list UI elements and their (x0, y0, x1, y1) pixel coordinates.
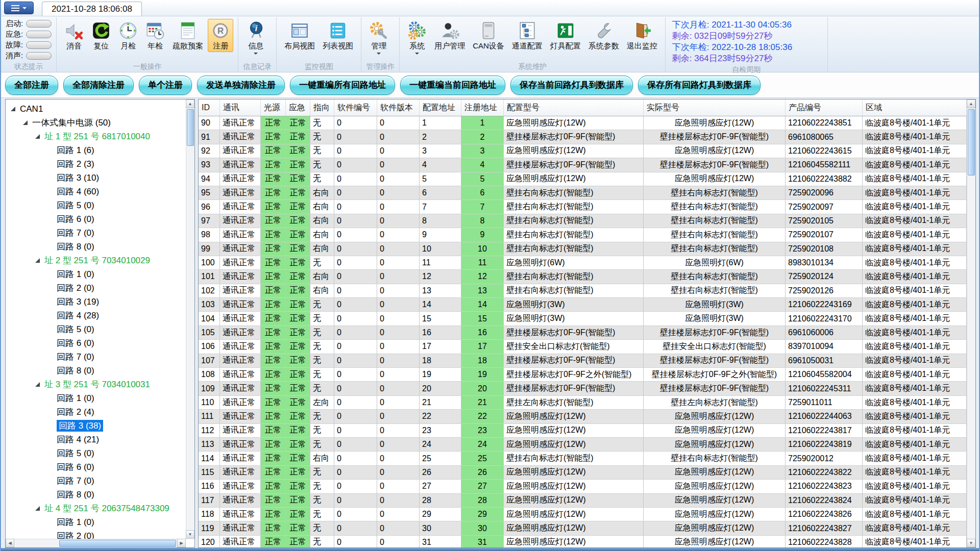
tree-node[interactable]: 址 4 型 251 号 20637548473309 (6, 502, 186, 515)
table-row[interactable]: 102通讯正常正常正常右向001313壁挂右向标志灯(智能型)壁挂右向标志灯(智… (199, 284, 967, 298)
table-row[interactable]: 92通讯正常正常正常无0033应急照明感应灯(12W)应急照明感应灯(12W)1… (199, 144, 967, 158)
column-header-dir[interactable]: 指向 (310, 99, 334, 116)
tree-expand-icon[interactable] (11, 107, 15, 111)
action-button[interactable]: 全部清除注册 (63, 76, 134, 95)
action-button[interactable]: 发送单独清除注册 (197, 76, 285, 95)
column-header-src[interactable]: 光源 (261, 99, 286, 116)
tree-node[interactable]: 回路 7 (0) (6, 350, 186, 364)
table-row[interactable]: 104通讯正常正常正常无001515应急照明灯(3W)应急照明灯(3W)1210… (199, 312, 967, 325)
action-button[interactable]: 保存所有回路灯具到数据库 (638, 76, 761, 95)
column-header-swno[interactable]: 软件编号 (334, 99, 377, 116)
ribbon-item-monthly-check[interactable]: 月检 (115, 19, 141, 52)
tree-node[interactable]: 回路 7 (0) (6, 226, 186, 240)
table-row[interactable]: 110通讯正常正常正常左向002121壁挂左向标志灯(智能型)壁挂左向标志灯(智… (199, 396, 967, 410)
table-row[interactable]: 118通讯正常正常正常无002929应急照明感应灯(12W)应急照明感应灯(12… (199, 508, 967, 521)
action-button[interactable]: 一键重编当前回路地址 (400, 76, 505, 95)
ribbon-item-annual-check[interactable]: 年检 (142, 19, 168, 52)
tree-expand-icon[interactable] (23, 120, 28, 125)
column-header-actm[interactable]: 实际型号 (644, 99, 786, 116)
window-tab[interactable]: 2021-10-28 18:06:08 (42, 2, 142, 16)
table-row[interactable]: 93通讯正常正常正常无0044壁挂楼层标志灯0F-9F(智能型)壁挂楼层标志灯0… (199, 158, 967, 172)
ribbon-item-list-view[interactable]: 列表视图 (320, 19, 356, 52)
ribbon-item-user-manage[interactable]: 用户管理 (431, 19, 468, 52)
tree-node[interactable]: 回路 2 (0) (6, 529, 186, 539)
ribbon-item-register[interactable]: R注册 (208, 19, 233, 52)
tree-node[interactable]: 回路 2 (0) (6, 281, 186, 295)
table-row[interactable]: 115通讯正常正常正常无002626应急照明感应灯(12W)应急照明感应灯(12… (199, 466, 967, 480)
scroll-right-button[interactable]: ▶ (177, 539, 186, 547)
table-row[interactable]: 106通讯正常正常正常无001717壁挂安全出口标志灯(智能型)壁挂安全出口标志… (199, 340, 967, 354)
tree-node[interactable]: 回路 7 (0) (6, 474, 186, 488)
table-row[interactable]: 111通讯正常正常正常无002222应急照明感应灯(12W)应急照明感应灯(12… (199, 410, 967, 423)
tree-node[interactable]: 回路 4 (28) (6, 309, 186, 322)
tree-node[interactable]: 回路 3 (10) (6, 171, 186, 185)
tree-node[interactable]: 回路 8 (0) (6, 364, 186, 378)
scrollbar-thumb[interactable] (59, 540, 176, 547)
tree-node[interactable]: 址 2 型 251 号 7034010029 (6, 254, 186, 267)
scroll-left-button[interactable]: ◀ (6, 539, 14, 547)
table-row[interactable]: 94通讯正常正常正常无0055应急照明感应灯(12W)应急照明感应灯(12W)1… (199, 172, 967, 186)
table-row[interactable]: 96通讯正常正常正常右向0077壁挂右向标志灯(智能型)壁挂右向标志灯(智能型)… (199, 200, 967, 214)
tree-horizontal-scrollbar[interactable]: ◀ ▶ (6, 539, 186, 547)
scroll-down-button[interactable]: ▼ (186, 530, 194, 539)
app-menu-button[interactable] (4, 2, 34, 14)
action-button[interactable]: 保存当前回路灯具到数据库 (510, 76, 633, 95)
ribbon-item-channel-config[interactable]: 通道配置 (509, 19, 546, 52)
table-row[interactable]: 113通讯正常正常正常无002424应急照明感应灯(12W)应急照明感应灯(12… (199, 438, 967, 452)
ribbon-item-reset[interactable]: 复位 (88, 19, 114, 52)
tree-node[interactable]: 回路 1 (6) (6, 143, 186, 157)
table-row[interactable]: 114通讯正常正常正常右向002525壁挂右向标志灯(智能型)壁挂右向标志灯(智… (199, 452, 967, 465)
tree-node[interactable]: CAN1 (6, 102, 186, 116)
table-row[interactable]: 103通讯正常正常正常无001414应急照明灯(3W)应急照明灯(3W)1210… (199, 298, 967, 312)
tree-expand-icon[interactable] (35, 258, 40, 263)
tree-vertical-scrollbar[interactable]: ▲ ▼ (186, 99, 194, 539)
column-header-area[interactable]: 区域 (863, 99, 967, 116)
tree-node[interactable]: 回路 3 (38) (6, 419, 186, 433)
ribbon-item-layout-view[interactable]: 布局视图 (281, 19, 318, 52)
tree-node[interactable]: 址 1 型 251 号 6817010040 (6, 130, 186, 143)
tree-node[interactable]: 一体式集中电源 (50) (6, 116, 186, 130)
table-row[interactable]: 97通讯正常正常正常右向0088壁挂右向标志灯(智能型)壁挂右向标志灯(智能型)… (199, 214, 967, 228)
action-button[interactable]: 一键重编所有回路地址 (290, 76, 395, 95)
ribbon-item-evacuation-plan[interactable]: 疏散预案 (169, 19, 206, 52)
table-row[interactable]: 109通讯正常正常正常无002020壁挂楼层标志灯0F-9F(智能型)壁挂楼层标… (199, 382, 967, 395)
scroll-up-button[interactable]: ▲ (967, 99, 975, 108)
tree-node[interactable]: 回路 8 (0) (6, 240, 186, 254)
column-header-rega[interactable]: 注册地址 (461, 99, 504, 116)
tree-node[interactable]: 回路 6 (0) (6, 212, 186, 226)
column-header-prod[interactable]: 产品编号 (786, 99, 863, 116)
tree-node[interactable]: 回路 5 (0) (6, 446, 186, 460)
table-row[interactable]: 99通讯正常正常正常右向001010壁挂右向标志灯(智能型)壁挂右向标志灯(智能… (199, 242, 967, 256)
table-row[interactable]: 120通讯正常正常正常无003131应急照明感应灯(12W)应急照明感应灯(12… (199, 536, 967, 547)
table-row[interactable]: 108通讯正常正常正常无001919壁挂楼层标志灯0F-9F之外(智能型)壁挂楼… (199, 368, 967, 382)
tree-node[interactable]: 址 3 型 251 号 7034010031 (6, 378, 186, 391)
table-row[interactable]: 116通讯正常正常正常无002727应急照明感应灯(12W)应急照明感应灯(12… (199, 480, 967, 493)
tree-node[interactable]: 回路 1 (0) (6, 267, 186, 281)
table-row[interactable]: 91通讯正常正常正常无0022壁挂楼层标志灯0F-9F(智能型)壁挂楼层标志灯0… (199, 130, 967, 144)
table-row[interactable]: 105通讯正常正常正常无001616壁挂楼层标志灯0F-9F(智能型)壁挂楼层标… (199, 326, 967, 340)
table-row[interactable]: 107通讯正常正常正常无001818壁挂楼层标志灯0F-9F(智能型)壁挂楼层标… (199, 354, 967, 368)
tree-node[interactable]: 回路 2 (4) (6, 405, 186, 419)
table-row[interactable]: 98通讯正常正常正常右向0099壁挂右向标志灯(智能型)壁挂右向标志灯(智能型)… (199, 228, 967, 242)
table-row[interactable]: 119通讯正常正常正常无003030应急照明感应灯(12W)应急照明感应灯(12… (199, 521, 967, 535)
table-row[interactable]: 117通讯正常正常正常无002828应急照明感应灯(12W)应急照明感应灯(12… (199, 494, 967, 508)
scrollbar-thumb[interactable] (187, 109, 194, 146)
ribbon-item-info[interactable]: i信息 (243, 19, 268, 58)
ribbon-item-manage[interactable]: 管理 (366, 19, 391, 58)
column-header-cfga[interactable]: 配置地址 (420, 99, 461, 116)
column-header-cfgm[interactable]: 配置型号 (504, 99, 644, 116)
column-header-id[interactable]: ID (199, 99, 220, 116)
tree-node[interactable]: 回路 6 (0) (6, 336, 186, 350)
ribbon-item-mute-speaker[interactable]: 消音 (61, 19, 87, 52)
ribbon-item-system-params[interactable]: 系统参数 (585, 19, 622, 52)
tree-expand-icon[interactable] (35, 382, 40, 387)
table-row[interactable]: 95通讯正常正常正常右向0066壁挂右向标志灯(智能型)壁挂右向标志灯(智能型)… (199, 186, 967, 200)
ribbon-item-system[interactable]: 系统 (404, 19, 430, 58)
scroll-up-button[interactable]: ▲ (186, 99, 194, 108)
ribbon-item-can-device[interactable]: CAN设备 (470, 19, 507, 52)
tree-node[interactable]: 回路 1 (0) (6, 515, 186, 529)
tree-node[interactable]: 回路 4 (60) (6, 185, 186, 198)
table-row[interactable]: 112通讯正常正常正常无002323应急照明感应灯(12W)应急照明感应灯(12… (199, 424, 967, 438)
tree-node[interactable]: 回路 6 (0) (6, 460, 186, 474)
table-row[interactable]: 90通讯正常正常正常无0011应急照明感应灯(12W)应急照明感应灯(12W)1… (199, 116, 967, 130)
